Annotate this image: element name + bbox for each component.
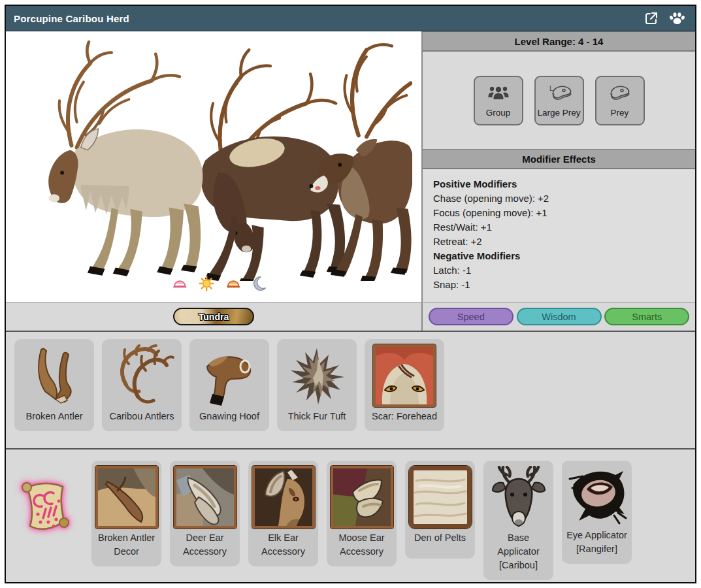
item-label: Moose Ear Accessory (327, 529, 397, 559)
habitat-badge-tundra[interactable]: Tundra (173, 308, 254, 325)
den-of-pelts-image (409, 466, 472, 529)
time-of-day-row (172, 276, 267, 294)
item-label: Elk Ear Accessory (248, 529, 318, 559)
large-prey-button[interactable]: L Large Prey (534, 76, 584, 125)
svg-text:L: L (549, 84, 553, 92)
deer-ear-accessory-image (174, 466, 236, 529)
encyclopedia-page: Porcupine Caribou Herd (5, 5, 696, 583)
sun-icon (199, 276, 214, 294)
moose-ear-accessory-image (331, 466, 393, 529)
caribou-herd-illustration (11, 35, 412, 281)
item-label: Thick Fur Tuft (277, 407, 357, 423)
item-label: Caribou Antlers (102, 407, 182, 423)
prey-type-buttons: Group L Large Prey (423, 76, 695, 125)
item-label: Broken Antler Decor (91, 529, 161, 559)
thick-fur-tuft-image (284, 344, 350, 407)
modifier-line: Snap: -1 (433, 280, 685, 289)
large-prey-button-label: Large Prey (537, 108, 580, 118)
modifier-line: Chase (opening move): +2 (433, 193, 685, 203)
large-prey-steak-icon: L (546, 84, 573, 106)
base-applicator-caribou-image (487, 466, 550, 529)
external-link-icon[interactable] (644, 10, 659, 26)
broken-antler-image (22, 344, 87, 407)
modifier-line: Rest/Wait: +1 (433, 222, 685, 232)
recipe-scroll-icon[interactable] (16, 478, 73, 542)
customization-items-section: Broken Antler Decor Deer Ear Accessory (6, 448, 695, 582)
positive-modifiers-heading: Positive Modifiers (433, 179, 685, 189)
item-card-elk-ear-accessory[interactable]: Elk Ear Accessory (248, 461, 318, 566)
broken-antler-decor-image (95, 466, 158, 529)
page-title: Porcupine Caribou Herd (14, 13, 129, 24)
item-card-gnawing-hoof[interactable]: Gnawing Hoof (189, 339, 269, 431)
prey-steak-icon (608, 84, 632, 106)
group-button[interactable]: Group (474, 76, 523, 125)
modifier-line: Retreat: +2 (433, 237, 685, 246)
item-card-broken-antler[interactable]: Broken Antler (14, 339, 94, 431)
subject-image-panel (6, 31, 423, 302)
item-card-caribou-antlers[interactable]: Caribou Antlers (102, 339, 182, 431)
item-card-thick-fur-tuft[interactable]: Thick Fur Tuft (277, 339, 357, 431)
group-button-label: Group (486, 108, 511, 118)
item-label: Scar: Forehead (365, 407, 444, 423)
item-card-den-of-pelts[interactable]: Den of Pelts (405, 461, 475, 559)
group-icon (487, 84, 510, 106)
item-label: Den of Pelts (405, 529, 475, 545)
habitat-stats-row: Tundra Speed Wisdom Smarts (6, 302, 695, 331)
modifier-effects-header: Modifier Effects (423, 149, 695, 169)
stat-pill-smarts[interactable]: Smarts (604, 308, 689, 325)
drop-items-section: Broken Antler Caribou Antlers (6, 331, 695, 448)
prey-button[interactable]: Prey (595, 76, 645, 125)
modifier-line: Focus (opening move): +1 (433, 208, 685, 218)
title-bar: Porcupine Caribou Herd (6, 6, 695, 31)
elk-ear-accessory-image (252, 466, 315, 529)
scar-forehead-image (373, 344, 436, 407)
item-label: Broken Antler (14, 407, 94, 423)
item-card-moose-ear-accessory[interactable]: Moose Ear Accessory (327, 461, 397, 566)
caribou-antlers-image (109, 344, 174, 407)
modifier-list: Positive Modifiers Chase (opening move):… (423, 169, 695, 302)
paw-icon[interactable] (668, 10, 686, 26)
gnawing-hoof-image (197, 344, 262, 407)
eye-applicator-rangifer-image (566, 466, 628, 526)
item-label: Gnawing Hoof (189, 407, 269, 423)
item-label: Base Applicator [Caribou] (483, 529, 553, 572)
level-range-header: Level Range: 4 - 14 (423, 31, 695, 52)
item-card-deer-ear-accessory[interactable]: Deer Ear Accessory (170, 461, 240, 566)
item-label: Eye Applicator [Rangifer] (562, 526, 632, 556)
item-card-scar-forehead[interactable]: Scar: Forehead (365, 339, 444, 431)
modifier-line: Latch: -1 (433, 265, 685, 275)
item-card-broken-antler-decor[interactable]: Broken Antler Decor (91, 461, 161, 566)
stat-pill-wisdom[interactable]: Wisdom (517, 308, 602, 325)
prey-button-label: Prey (611, 108, 629, 118)
info-panel: Level Range: 4 - 14 Group (423, 31, 695, 302)
item-label: Deer Ear Accessory (170, 529, 240, 559)
moon-icon (252, 276, 267, 294)
item-card-base-applicator-caribou[interactable]: Base Applicator [Caribou] (483, 461, 553, 580)
stat-pill-speed[interactable]: Speed (429, 308, 514, 325)
negative-modifiers-heading: Negative Modifiers (433, 251, 685, 261)
dawn-icon (172, 276, 187, 293)
dusk-icon (225, 276, 241, 293)
item-card-eye-applicator-rangifer[interactable]: Eye Applicator [Rangifer] (562, 461, 632, 564)
